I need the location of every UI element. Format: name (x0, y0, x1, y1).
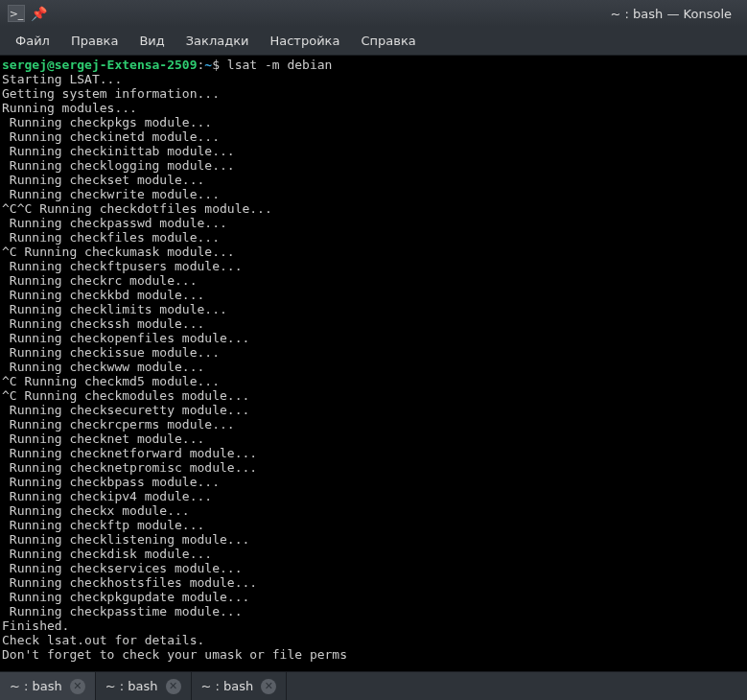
terminal-line: ^C Running checkumask module... (2, 245, 745, 259)
terminal-line: Running checklimits module... (2, 302, 745, 316)
menu-help[interactable]: Справка (351, 30, 425, 52)
close-icon[interactable]: ✕ (166, 679, 181, 694)
terminal-line: Running checkx module... (2, 503, 745, 518)
titlebar: >_ 📌 ~ : bash — Konsole (0, 0, 747, 27)
terminal-line: ^C Running checkmd5 module... (2, 374, 745, 388)
terminal-line: Running checkwww module... (2, 360, 745, 374)
terminal-line: ^C Running checkmodules module... (2, 388, 745, 403)
terminal-line: Running checkipv4 module... (2, 489, 745, 503)
terminal-line: Running checknet module... (2, 432, 745, 446)
terminal-line: Starting LSAT... (2, 72, 745, 86)
tab-2[interactable]: ~ : bash ✕ (192, 672, 288, 700)
terminal-line: Running checkrcperms module... (2, 417, 745, 432)
terminal-line: Don't forget to check your umask or file… (2, 647, 745, 662)
terminal-line: Running checkftp module... (2, 518, 745, 532)
terminal-line: Running checkopenfiles module... (2, 331, 745, 345)
prompt-command: lsat -m debian (227, 58, 333, 72)
terminal-line: Running checkhostsfiles module... (2, 575, 745, 590)
menu-settings[interactable]: Настройка (260, 30, 349, 52)
terminal-line: Running checknetforward module... (2, 446, 745, 460)
tab-1[interactable]: ~ : bash ✕ (96, 672, 192, 700)
terminal-line: Running checkinetd module... (2, 129, 745, 144)
menu-edit[interactable]: Правка (61, 30, 128, 52)
menu-file[interactable]: Файл (6, 30, 59, 52)
terminal-line: Finished. (2, 618, 745, 633)
terminal-line: Running checkwrite module... (2, 187, 745, 201)
close-icon[interactable]: ✕ (261, 679, 276, 694)
terminal-line: Running checkkbd module... (2, 288, 745, 302)
close-icon[interactable]: ✕ (70, 679, 85, 694)
menu-view[interactable]: Вид (129, 30, 174, 52)
terminal-line: Running checkinittab module... (2, 144, 745, 158)
terminal-line: Check lsat.out for details. (2, 633, 745, 647)
pin-icon[interactable]: 📌 (31, 6, 47, 21)
terminal[interactable]: sergej@sergej-Extensa-2509:~$ lsat -m de… (0, 56, 747, 671)
tab-0[interactable]: ~ : bash ✕ (0, 672, 96, 700)
terminal-line: Running checkpasstime module... (2, 604, 745, 618)
app-icon[interactable]: >_ (8, 5, 25, 22)
terminal-line: Running checkfiles module... (2, 230, 745, 245)
prompt-user-host: sergej@sergej-Extensa-2509 (2, 58, 198, 72)
terminal-line: Running checkbpass module... (2, 475, 745, 489)
terminal-line: Running checkpkgupdate module... (2, 590, 745, 604)
tab-label: ~ : bash (105, 679, 158, 693)
terminal-line: Running checksecuretty module... (2, 403, 745, 417)
terminal-line: Running checkissue module... (2, 345, 745, 360)
terminal-line: Running checkdisk module... (2, 547, 745, 561)
terminal-line: Running checkservices module... (2, 561, 745, 575)
terminal-line: Getting system information... (2, 86, 745, 101)
prompt-line: sergej@sergej-Extensa-2509:~$ lsat -m de… (2, 58, 745, 72)
prompt-symbol: $ (212, 58, 227, 72)
tab-label: ~ : bash (201, 679, 254, 693)
tab-label: ~ : bash (10, 679, 62, 693)
terminal-line: Running checklistening module... (2, 532, 745, 547)
terminal-line: Running checkssh module... (2, 316, 745, 331)
terminal-line: Running checklogging module... (2, 158, 745, 173)
tabbar: ~ : bash ✕ ~ : bash ✕ ~ : bash ✕ (0, 671, 747, 700)
terminal-line: Running checkrc module... (2, 273, 745, 288)
window-title: ~ : bash — Konsole (611, 7, 732, 21)
menu-bookmarks[interactable]: Закладки (176, 30, 259, 52)
terminal-line: Running modules... (2, 101, 745, 115)
terminal-line: Running checkset module... (2, 173, 745, 187)
terminal-line: Running checkpkgs module... (2, 115, 745, 129)
terminal-line: Running checkpasswd module... (2, 216, 745, 230)
menubar: Файл Правка Вид Закладки Настройка Справ… (0, 27, 747, 56)
titlebar-left-icons: >_ 📌 (8, 5, 47, 22)
terminal-line: Running checkftpusers module... (2, 259, 745, 273)
prompt-path: ~ (204, 58, 212, 72)
terminal-line: ^C^C Running checkdotfiles module... (2, 201, 745, 216)
terminal-line: Running checknetpromisc module... (2, 460, 745, 475)
